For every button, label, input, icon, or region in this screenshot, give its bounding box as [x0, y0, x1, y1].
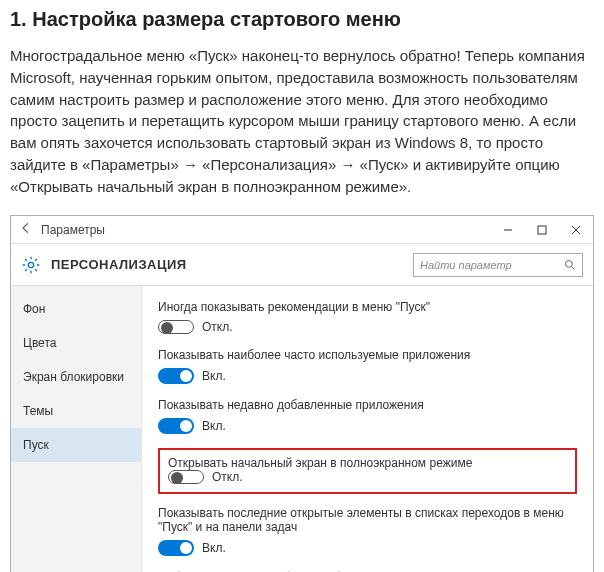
window-controls [491, 216, 593, 244]
toggle-switch[interactable] [158, 320, 194, 334]
toggle-knob [180, 542, 192, 554]
setting-label: Показывать последние открытые элементы в… [158, 506, 577, 534]
arrow-left-icon [19, 221, 33, 235]
toggle-switch[interactable] [168, 470, 204, 484]
search-input[interactable]: Найти параметр [413, 253, 583, 277]
setting-label: Открывать начальный экран в полноэкранно… [168, 456, 567, 470]
sidebar-item-2[interactable]: Экран блокировки [11, 360, 141, 394]
toggle-switch[interactable] [158, 418, 194, 434]
toggle-state-text: Откл. [202, 320, 233, 334]
search-placeholder: Найти параметр [420, 259, 564, 271]
toggle-switch[interactable] [158, 368, 194, 384]
toggle-row: Вкл. [158, 368, 577, 384]
search-icon [564, 259, 576, 271]
window-title: Параметры [41, 223, 491, 237]
sidebar-item-4[interactable]: Пуск [11, 428, 141, 462]
toggle-row: Откл. [158, 320, 577, 334]
toggle-knob [161, 322, 173, 334]
toggle-row: Вкл. [158, 540, 577, 556]
toggle-state-text: Откл. [212, 470, 243, 484]
toggle-switch[interactable] [158, 540, 194, 556]
toggle-state-text: Вкл. [202, 369, 226, 383]
setting-3: Открывать начальный экран в полноэкранно… [158, 448, 577, 494]
sidebar-item-3[interactable]: Темы [11, 394, 141, 428]
setting-4: Показывать последние открытые элементы в… [158, 506, 577, 556]
setting-0: Иногда показывать рекомендации в меню "П… [158, 300, 577, 334]
setting-label: Иногда показывать рекомендации в меню "П… [158, 300, 577, 314]
settings-window: Параметры ПЕРСОНАЛИЗАЦИЯ Найти параметр … [10, 215, 594, 572]
toggle-state-text: Вкл. [202, 541, 226, 555]
toggle-state-text: Вкл. [202, 419, 226, 433]
setting-label: Показывать недавно добавленные приложени… [158, 398, 577, 412]
back-button[interactable] [11, 221, 41, 238]
toggle-knob [180, 370, 192, 382]
toggle-row: Вкл. [158, 418, 577, 434]
toggle-row: Откл. [168, 470, 567, 484]
svg-point-4 [28, 262, 33, 267]
header-row: ПЕРСОНАЛИЗАЦИЯ Найти параметр [11, 244, 593, 286]
sidebar: ФонЦветаЭкран блокировкиТемыПуск [11, 286, 141, 572]
minimize-button[interactable] [491, 216, 525, 244]
close-button[interactable] [559, 216, 593, 244]
sidebar-item-0[interactable]: Фон [11, 292, 141, 326]
content-area: ФонЦветаЭкран блокировкиТемыПуск Иногда … [11, 286, 593, 572]
maximize-button[interactable] [525, 216, 559, 244]
toggle-knob [171, 472, 183, 484]
setting-1: Показывать наиболее часто используемые п… [158, 348, 577, 384]
setting-label: Показывать наиболее часто используемые п… [158, 348, 577, 362]
gear-icon [21, 255, 41, 275]
close-icon [571, 225, 581, 235]
toggle-knob [180, 420, 192, 432]
sidebar-item-1[interactable]: Цвета [11, 326, 141, 360]
svg-line-6 [572, 266, 575, 269]
article-heading: 1. Настройка размера стартового меню [10, 8, 594, 31]
svg-rect-1 [538, 226, 546, 234]
main-panel: Иногда показывать рекомендации в меню "П… [141, 286, 593, 572]
minimize-icon [503, 225, 513, 235]
header-title: ПЕРСОНАЛИЗАЦИЯ [51, 257, 413, 272]
svg-point-5 [566, 260, 573, 267]
article-body: Многострадальное меню «Пуск» наконец-то … [10, 45, 594, 197]
maximize-icon [537, 225, 547, 235]
titlebar: Параметры [11, 216, 593, 244]
setting-2: Показывать недавно добавленные приложени… [158, 398, 577, 434]
